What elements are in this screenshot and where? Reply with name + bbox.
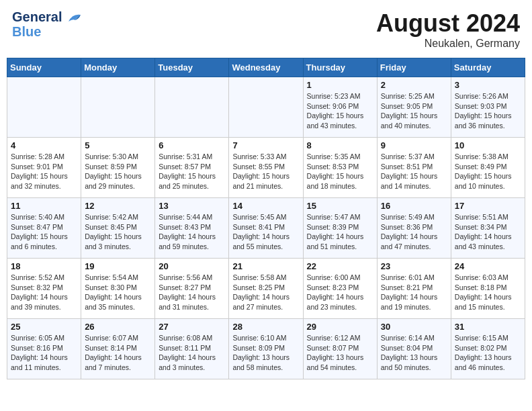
day-number: 26 [85, 322, 151, 332]
day-info: Sunrise: 5:26 AM Sunset: 9:03 PM Dayligh… [455, 91, 521, 131]
calendar-day-17: 17Sunrise: 5:51 AM Sunset: 8:34 PM Dayli… [451, 198, 525, 259]
day-info: Sunrise: 5:47 AM Sunset: 8:39 PM Dayligh… [307, 212, 373, 252]
day-number: 13 [159, 201, 225, 211]
day-info: Sunrise: 5:40 AM Sunset: 8:47 PM Dayligh… [11, 212, 77, 252]
day-number: 15 [307, 201, 373, 211]
day-info: Sunrise: 6:03 AM Sunset: 8:18 PM Dayligh… [455, 273, 521, 312]
day-info: Sunrise: 5:31 AM Sunset: 8:57 PM Dayligh… [159, 152, 225, 191]
day-number: 12 [85, 201, 151, 211]
calendar-day-16: 16Sunrise: 5:49 AM Sunset: 8:36 PM Dayli… [377, 198, 451, 259]
logo: General Blue [12, 9, 82, 39]
day-info: Sunrise: 6:08 AM Sunset: 8:11 PM Dayligh… [159, 333, 225, 373]
calendar-day-22: 22Sunrise: 6:00 AM Sunset: 8:23 PM Dayli… [303, 259, 377, 319]
day-number: 19 [85, 261, 151, 271]
calendar-day-12: 12Sunrise: 5:42 AM Sunset: 8:45 PM Dayli… [81, 198, 155, 259]
day-number: 11 [11, 201, 77, 211]
day-info: Sunrise: 5:28 AM Sunset: 9:01 PM Dayligh… [11, 152, 77, 191]
calendar-day-20: 20Sunrise: 5:56 AM Sunset: 8:27 PM Dayli… [155, 259, 229, 319]
calendar-day-15: 15Sunrise: 5:47 AM Sunset: 8:39 PM Dayli… [303, 198, 377, 259]
page-header: General Blue August 2024 Neukalen, Germa… [7, 7, 525, 52]
calendar-day-7: 7Sunrise: 5:33 AM Sunset: 8:55 PM Daylig… [229, 138, 303, 198]
day-info: Sunrise: 5:35 AM Sunset: 8:53 PM Dayligh… [307, 152, 373, 191]
calendar-week-row: 4Sunrise: 5:28 AM Sunset: 9:01 PM Daylig… [7, 138, 525, 198]
calendar-day-1: 1Sunrise: 5:23 AM Sunset: 9:06 PM Daylig… [303, 77, 377, 138]
day-info: Sunrise: 5:30 AM Sunset: 8:59 PM Dayligh… [85, 152, 151, 191]
calendar-day-4: 4Sunrise: 5:28 AM Sunset: 9:01 PM Daylig… [7, 138, 81, 198]
day-info: Sunrise: 6:12 AM Sunset: 8:07 PM Dayligh… [307, 333, 373, 373]
day-number: 8 [307, 140, 373, 150]
day-number: 24 [455, 261, 521, 271]
day-info: Sunrise: 5:56 AM Sunset: 8:27 PM Dayligh… [159, 273, 225, 312]
day-number: 28 [232, 322, 299, 332]
empty-cell [81, 77, 155, 138]
day-info: Sunrise: 6:00 AM Sunset: 8:23 PM Dayligh… [307, 273, 373, 312]
calendar-day-25: 25Sunrise: 6:05 AM Sunset: 8:16 PM Dayli… [7, 319, 81, 379]
calendar-day-5: 5Sunrise: 5:30 AM Sunset: 8:59 PM Daylig… [81, 138, 155, 198]
day-number: 7 [232, 140, 299, 150]
calendar-day-19: 19Sunrise: 5:54 AM Sunset: 8:30 PM Dayli… [81, 259, 155, 319]
day-number: 14 [232, 201, 299, 211]
day-number: 27 [159, 322, 225, 332]
day-info: Sunrise: 5:42 AM Sunset: 8:45 PM Dayligh… [85, 212, 151, 252]
empty-cell [155, 77, 229, 138]
day-number: 17 [455, 201, 521, 211]
calendar-day-21: 21Sunrise: 5:58 AM Sunset: 8:25 PM Dayli… [229, 259, 303, 319]
calendar-day-6: 6Sunrise: 5:31 AM Sunset: 8:57 PM Daylig… [155, 138, 229, 198]
day-info: Sunrise: 5:25 AM Sunset: 9:05 PM Dayligh… [381, 91, 447, 131]
calendar-day-9: 9Sunrise: 5:37 AM Sunset: 8:51 PM Daylig… [377, 138, 451, 198]
subtitle: Neukalen, Germany [376, 38, 520, 50]
calendar-day-10: 10Sunrise: 5:38 AM Sunset: 8:49 PM Dayli… [451, 138, 525, 198]
day-info: Sunrise: 5:52 AM Sunset: 8:32 PM Dayligh… [11, 273, 77, 312]
day-info: Sunrise: 5:37 AM Sunset: 8:51 PM Dayligh… [381, 152, 447, 191]
day-info: Sunrise: 6:14 AM Sunset: 8:04 PM Dayligh… [381, 333, 447, 373]
logo-blue-text: Blue [12, 24, 82, 39]
day-number: 22 [307, 261, 373, 271]
calendar-day-23: 23Sunrise: 6:01 AM Sunset: 8:21 PM Dayli… [377, 259, 451, 319]
calendar-day-11: 11Sunrise: 5:40 AM Sunset: 8:47 PM Dayli… [7, 198, 81, 259]
day-info: Sunrise: 5:58 AM Sunset: 8:25 PM Dayligh… [232, 273, 299, 312]
day-number: 10 [455, 140, 521, 150]
main-title: August 2024 [376, 9, 520, 38]
calendar-day-30: 30Sunrise: 6:14 AM Sunset: 8:04 PM Dayli… [377, 319, 451, 379]
day-info: Sunrise: 6:10 AM Sunset: 8:09 PM Dayligh… [232, 333, 299, 373]
day-number: 30 [381, 322, 447, 332]
header-day-wednesday: Wednesday [229, 58, 303, 77]
title-block: August 2024 Neukalen, Germany [376, 9, 520, 50]
calendar-day-13: 13Sunrise: 5:44 AM Sunset: 8:43 PM Dayli… [155, 198, 229, 259]
logo-text: General [12, 9, 82, 24]
calendar-header-row: SundayMondayTuesdayWednesdayThursdayFrid… [7, 58, 525, 77]
day-number: 2 [381, 80, 447, 90]
day-number: 4 [11, 140, 77, 150]
empty-cell [229, 77, 303, 138]
empty-cell [7, 77, 81, 138]
calendar-day-18: 18Sunrise: 5:52 AM Sunset: 8:32 PM Dayli… [7, 259, 81, 319]
day-number: 29 [307, 322, 373, 332]
day-number: 21 [232, 261, 299, 271]
calendar-day-8: 8Sunrise: 5:35 AM Sunset: 8:53 PM Daylig… [303, 138, 377, 198]
calendar-week-row: 25Sunrise: 6:05 AM Sunset: 8:16 PM Dayli… [7, 319, 525, 379]
day-number: 1 [307, 80, 373, 90]
day-info: Sunrise: 5:45 AM Sunset: 8:41 PM Dayligh… [232, 212, 299, 252]
day-info: Sunrise: 5:23 AM Sunset: 9:06 PM Dayligh… [307, 91, 373, 131]
header-day-thursday: Thursday [303, 58, 377, 77]
calendar-day-3: 3Sunrise: 5:26 AM Sunset: 9:03 PM Daylig… [451, 77, 525, 138]
day-info: Sunrise: 6:07 AM Sunset: 8:14 PM Dayligh… [85, 333, 151, 373]
day-info: Sunrise: 6:05 AM Sunset: 8:16 PM Dayligh… [11, 333, 77, 373]
calendar-week-row: 1Sunrise: 5:23 AM Sunset: 9:06 PM Daylig… [7, 77, 525, 138]
calendar-day-28: 28Sunrise: 6:10 AM Sunset: 8:09 PM Dayli… [229, 319, 303, 379]
day-info: Sunrise: 6:15 AM Sunset: 8:02 PM Dayligh… [455, 333, 521, 373]
day-info: Sunrise: 5:49 AM Sunset: 8:36 PM Dayligh… [381, 212, 447, 252]
calendar-week-row: 18Sunrise: 5:52 AM Sunset: 8:32 PM Dayli… [7, 259, 525, 319]
calendar-day-27: 27Sunrise: 6:08 AM Sunset: 8:11 PM Dayli… [155, 319, 229, 379]
header-day-sunday: Sunday [7, 58, 81, 77]
calendar-day-14: 14Sunrise: 5:45 AM Sunset: 8:41 PM Dayli… [229, 198, 303, 259]
day-number: 20 [159, 261, 225, 271]
day-number: 23 [381, 261, 447, 271]
day-number: 31 [455, 322, 521, 332]
header-day-saturday: Saturday [451, 58, 525, 77]
day-info: Sunrise: 5:51 AM Sunset: 8:34 PM Dayligh… [455, 212, 521, 252]
calendar-table: SundayMondayTuesdayWednesdayThursdayFrid… [7, 58, 525, 379]
calendar-day-24: 24Sunrise: 6:03 AM Sunset: 8:18 PM Dayli… [451, 259, 525, 319]
logo-bird-icon [67, 12, 82, 24]
calendar-day-2: 2Sunrise: 5:25 AM Sunset: 9:05 PM Daylig… [377, 77, 451, 138]
